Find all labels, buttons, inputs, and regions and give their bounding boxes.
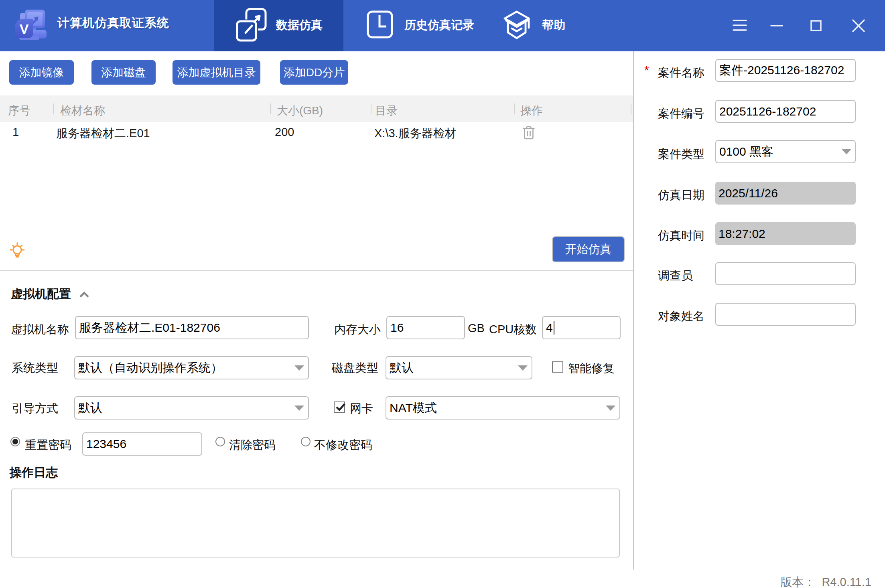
svg-text:V: V	[20, 21, 29, 36]
